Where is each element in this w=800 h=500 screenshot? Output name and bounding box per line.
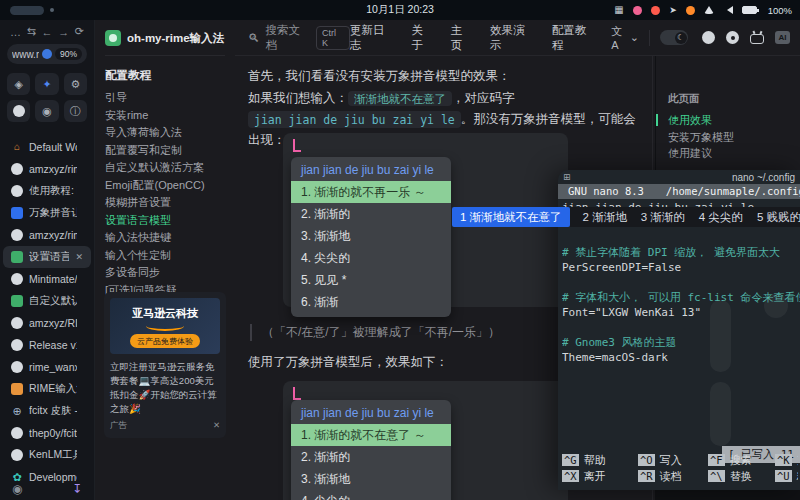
ime-candidate[interactable]: 5 贱贱的 <box>757 207 800 227</box>
docs-menu-item[interactable]: 设置语言模型 <box>105 212 235 230</box>
browser-tab[interactable]: RIME输入法方案 <box>3 378 91 400</box>
sidebar-toggle-icon[interactable]: ⇆ <box>27 25 36 38</box>
browser-tab[interactable]: Release v13.0.3 <box>3 334 91 356</box>
download-icon[interactable]: ↧ <box>72 482 82 496</box>
header-nav-link[interactable]: 配置教程 <box>552 23 597 53</box>
new-tab-icon[interactable]: ⊞ <box>563 173 571 182</box>
shortcut-label: 读档 <box>660 469 682 484</box>
reload-icon[interactable]: ⟳ <box>75 25 84 38</box>
header-nav-link[interactable]: 更新日志 <box>350 23 395 53</box>
docs-menu-item[interactable]: 模糊拼音设置 <box>105 194 235 212</box>
sidebar-section-title[interactable]: 配置教程 <box>105 68 235 83</box>
forward-icon[interactable]: → <box>58 26 69 38</box>
shield-icon[interactable] <box>42 49 52 59</box>
ad-cta-button[interactable]: 云产品免费体验 <box>130 334 200 348</box>
toc-link[interactable]: 安装万象模型 <box>668 129 800 146</box>
ad-image[interactable]: 亚马逊云科技 云产品免费体验 <box>110 298 220 354</box>
docs-menu-item[interactable]: 输入法快捷键 <box>105 229 235 247</box>
ime-pinyin: jian jian de jiu bu zai yi le <box>291 403 451 424</box>
browser-tab[interactable]: 使用教程: Rime <box>3 180 91 202</box>
tab-label: 自定义默认激活方… <box>29 294 77 308</box>
header-nav-link[interactable]: 主页 <box>451 23 473 53</box>
tab-close-icon[interactable]: ✕ <box>75 252 83 262</box>
back-icon[interactable]: ← <box>42 26 53 38</box>
spark-button[interactable]: ✦ <box>35 73 58 95</box>
ime-popup: jian jian de jiu bu zai yi le 1. 渐渐的就不再一… <box>291 157 451 317</box>
volume-icon[interactable] <box>723 6 733 14</box>
browser-tab[interactable]: fcitx 皮肤 - Goog… <box>3 400 91 422</box>
gitee-icon[interactable] <box>726 31 739 44</box>
header-nav: 更新日志 关于 主页 效果演示 配置教程 <box>350 23 597 53</box>
github-quick-button[interactable] <box>7 100 30 122</box>
settings-button[interactable]: ⚙ <box>64 73 87 95</box>
ad-close-icon[interactable]: ✕ <box>213 420 220 432</box>
docs-menu-item[interactable]: 输入个性定制 <box>105 247 235 265</box>
tab-label: Default Worksp… <box>29 141 77 153</box>
tray-app-icon-red[interactable] <box>651 6 660 15</box>
browser-sidebar: … ⇆ ← → ⟳ www.mi 90% ◈ ✦ ⚙ ◉ ⓘ Default W… <box>0 20 95 500</box>
ime-candidate[interactable]: 2 渐渐地 <box>583 207 627 227</box>
docs-menu-item[interactable]: 导入薄荷输入法 <box>105 124 235 142</box>
toc-link[interactable]: 使用效果 <box>668 112 800 129</box>
header-nav-link[interactable]: 效果演示 <box>490 23 535 53</box>
tab-label: RIME输入法方案 <box>29 382 77 396</box>
header-nav-link[interactable]: 关于 <box>411 23 433 53</box>
terminal-titlebar[interactable]: ⊞ nano ~/.config <box>558 170 800 184</box>
shortcut-key: ^K <box>775 454 792 466</box>
shortcut-key: ^U <box>775 470 792 482</box>
ime-candidate[interactable]: 3 渐渐的 <box>641 207 685 227</box>
shortcut-key: ^O <box>638 454 655 466</box>
wifi-icon[interactable] <box>704 6 714 14</box>
browser-menu-icon[interactable]: … <box>10 26 21 38</box>
telegram-icon[interactable]: ➤ <box>669 6 677 15</box>
docs-menu-item[interactable]: 安装rime <box>105 107 235 125</box>
zoom-level-badge[interactable]: 90% <box>55 48 82 60</box>
private-mode-icon[interactable]: ◉ <box>12 482 22 496</box>
site-title-row[interactable]: oh-my-rime输入法 <box>105 30 225 56</box>
language-switcher[interactable]: 文A⌄ <box>611 24 639 51</box>
docs-menu-item[interactable]: Emoji配置(OpenCC) <box>105 177 235 195</box>
input-method-icon[interactable]: ▦ <box>614 5 624 15</box>
system-top-bar: 10月1日 20:23 ▦ ➤ 100% <box>0 0 800 20</box>
browser-tab[interactable]: 设置语言模型 ✕ <box>3 246 91 268</box>
docs-menu-item[interactable]: 自定义默认激活方案 <box>105 159 235 177</box>
browser-tab[interactable]: Default Worksp… <box>3 136 91 158</box>
nano-header: GNU nano 8.3 /home/sunmaple/.config/fc <box>558 184 800 199</box>
nano-shortcut: ^U 粘贴 <box>775 468 798 484</box>
browser-tab[interactable]: 万象拼音让RIME… <box>3 202 91 224</box>
browser-tab[interactable]: thep0y/fcitx5-th… <box>3 422 91 444</box>
tab-favicon <box>11 427 23 439</box>
search-label: 搜索文档 <box>266 23 311 53</box>
bilibili-icon[interactable] <box>750 34 764 44</box>
tray-app-icon-pink[interactable] <box>633 6 642 15</box>
nano-shortcuts: ^G 帮助 ^O 写入 ^F 搜索 ^K 剪切 ^X 离开 <box>562 452 798 484</box>
browser-tab[interactable]: amzxyz/RIME-LM <box>3 312 91 334</box>
browser-tab[interactable]: amzxyz/rime_wa… <box>3 158 91 180</box>
nano-shortcut: ^X 离开 <box>562 468 638 484</box>
ai-assistant-icon[interactable]: AI <box>775 31 790 44</box>
browser-tab[interactable]: 自定义默认激活方… <box>3 290 91 312</box>
browser-tab[interactable]: rime_wanxiang/… <box>3 356 91 378</box>
ime-candidate[interactable]: 4 尖尖的 <box>699 207 743 227</box>
browser-tab[interactable]: amzxyz/rime_wa… <box>3 224 91 246</box>
extension-button[interactable]: ◈ <box>7 73 30 95</box>
github-icon[interactable] <box>702 31 715 44</box>
firefox-icon[interactable] <box>686 6 695 15</box>
docs-menu-item[interactable]: 配置覆写和定制 <box>105 142 235 160</box>
ime-selected-candidate[interactable]: 1 渐渐地就不在意了 <box>452 207 570 227</box>
docs-menu-item[interactable]: 引导 <box>105 89 235 107</box>
search-box[interactable]: 🔍︎ 搜索文档 Ctrl K <box>248 23 350 53</box>
browser-tab[interactable]: KenLM工具 - - d… <box>3 444 91 466</box>
play-button[interactable]: ◉ <box>35 100 58 122</box>
info-button[interactable]: ⓘ <box>64 100 87 122</box>
ad-text[interactable]: 立即注册亚马逊云服务免费套餐💻享高达200美元抵扣金🚀开始您的云计算之旅🎉 <box>110 360 220 416</box>
browser-tab[interactable]: Mintimate/oh-my… <box>3 268 91 290</box>
toc-link[interactable]: 使用建议 <box>668 145 800 162</box>
docs-sidebar: oh-my-rime输入法 配置教程 引导 安装rime 导入薄荷输入法 配置覆… <box>95 20 235 500</box>
url-bar[interactable]: www.mi 90% <box>7 44 87 64</box>
ad-card[interactable]: 亚马逊云科技 云产品免费体验 立即注册亚马逊云服务免费套餐💻享高达200美元抵扣… <box>104 292 226 438</box>
docs-menu-item[interactable]: 多设备同步 <box>105 264 235 282</box>
shortcut-key: ^G <box>562 454 579 466</box>
dark-mode-toggle[interactable]: ☾ <box>660 30 688 45</box>
terminal-line: PerScreenDPI=False <box>562 260 800 275</box>
